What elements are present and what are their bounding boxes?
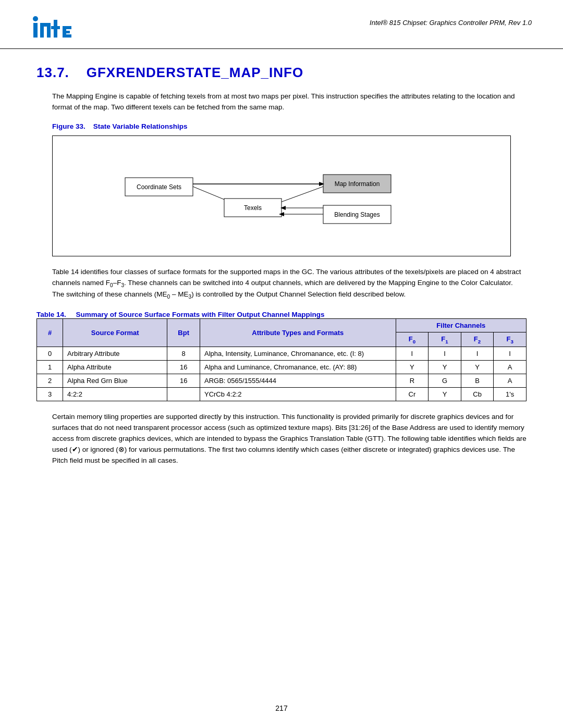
table-caption-number: Table 14. [36,311,66,318]
cell-attr: YCrCb 4:2:2 [200,388,396,401]
cell-bpt: 16 [167,374,200,388]
closing-paragraph: Certain memory tiling properties are sup… [52,412,527,466]
page-header: Intel® 815 Chipset: Graphics Controller … [0,0,563,49]
cell-f1: Y [429,388,461,401]
cell-source: 4:2:2 [63,388,167,401]
col-header-f2: F2 [461,332,494,347]
cell-f2: Y [461,361,494,374]
col-header-f0: F0 [396,332,429,347]
svg-rect-9 [63,31,70,33]
cell-bpt [167,388,200,401]
figure-caption: Figure 33. State Variable Relationships [52,122,527,130]
cell-num: 1 [37,361,63,374]
cell-f3: A [494,374,527,388]
svg-text:Texels: Texels [244,204,262,212]
svg-rect-6 [51,26,60,29]
cell-f1: G [429,374,461,388]
main-content: 13.7. GFXRENDERSTATE_MAP_INFO The Mappin… [0,49,563,507]
cell-f0: R [396,374,429,388]
cell-num: 2 [37,374,63,388]
page-number: 217 [275,704,287,712]
svg-line-19 [276,187,323,204]
intel-logo [31,15,73,43]
page-footer: 217 [0,704,563,712]
svg-rect-10 [63,34,71,38]
cell-bpt: 8 [167,347,200,361]
table-row: 1Alpha Attribute16Alpha and Luminance, C… [37,361,527,374]
cell-num: 3 [37,388,63,401]
table-row: 34:2:2YCrCb 4:2:2CrYCb1's [37,388,527,401]
body-paragraph: Table 14 identifies four classes of surf… [52,267,527,301]
cell-source: Alpha Red Grn Blue [63,374,167,388]
figure-caption-title: State Variable Relationships [93,122,188,130]
cell-f1: I [429,347,461,361]
cell-f3: A [494,361,527,374]
col-header-num: # [37,318,63,347]
data-table: # Source Format Bpt Attribute Types and … [36,318,527,402]
cell-f0: I [396,347,429,361]
cell-f2: I [461,347,494,361]
cell-num: 0 [37,347,63,361]
table-row: 0Arbitrary Attribute8Alpha, Intensity, L… [37,347,527,361]
page-container: Intel® 815 Chipset: Graphics Controller … [0,0,563,728]
col-header-source: Source Format [63,318,167,347]
header-title: Intel® 815 Chipset: Graphics Controller … [370,15,532,27]
cell-attr: ARGB: 0565/1555/4444 [200,374,396,388]
table-caption-title: Summary of Source Surface Formats with F… [76,311,325,318]
table-row: 2Alpha Red Grn Blue16ARGB: 0565/1555/444… [37,374,527,388]
svg-text:Map Information: Map Information [335,180,380,188]
cell-source: Alpha Attribute [63,361,167,374]
cell-f2: Cb [461,388,494,401]
svg-rect-1 [33,23,38,38]
svg-point-0 [33,16,38,21]
cell-f3: I [494,347,527,361]
svg-text:Coordinate Sets: Coordinate Sets [137,183,181,191]
chapter-number: 13.7. [36,65,69,80]
col-header-f1: F1 [429,332,461,347]
col-header-bpt: Bpt [167,318,200,347]
svg-rect-4 [47,23,51,38]
chapter-title: GFXRENDERSTATE_MAP_INFO [87,65,303,80]
figure-caption-number: Figure 33. [52,122,85,130]
cell-attr: Alpha and Luminance, Chromanance, etc. (… [200,361,396,374]
cell-f0: Y [396,361,429,374]
cell-f2: B [461,374,494,388]
col-header-f3: F3 [494,332,527,347]
cell-attr: Alpha, Intensity, Luminance, Chromanance… [200,347,396,361]
intro-paragraph: The Mapping Engine is capable of fetchin… [52,91,527,113]
table-caption: Table 14. Summary of Source Surface Form… [36,311,527,318]
figure-diagram: Coordinate Sets Map Information Texels [68,152,495,240]
figure-box: Coordinate Sets Map Information Texels [52,135,511,256]
col-header-filter: Filter Channels [396,318,526,332]
col-header-attr: Attribute Types and Formats [200,318,396,347]
cell-bpt: 16 [167,361,200,374]
svg-rect-8 [63,26,71,29]
cell-f3: 1's [494,388,527,401]
cell-source: Arbitrary Attribute [63,347,167,361]
cell-f0: Cr [396,388,429,401]
chapter-heading: 13.7. GFXRENDERSTATE_MAP_INFO [36,65,527,81]
svg-text:Blending Stages: Blending Stages [334,211,380,218]
cell-f1: Y [429,361,461,374]
